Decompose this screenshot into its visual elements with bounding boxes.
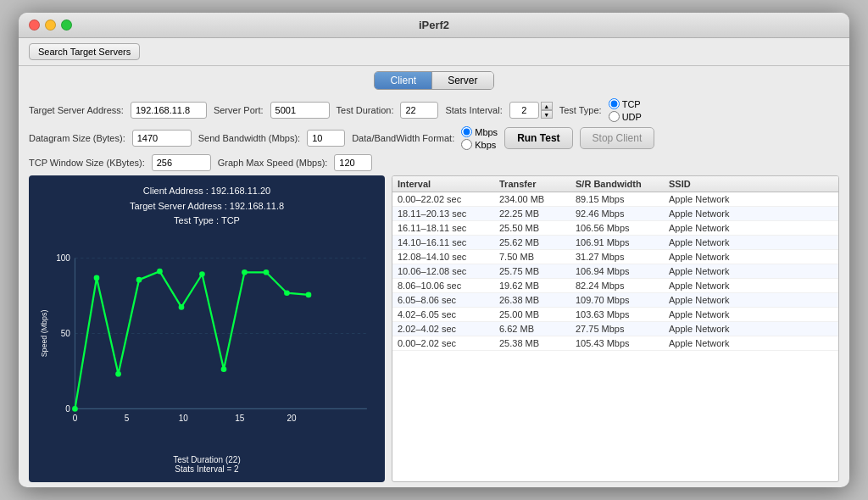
table-row: 8.06–10.06 sec 19.62 MB 82.24 Mbps Apple… — [392, 279, 838, 293]
radio-mbps-input[interactable] — [461, 126, 472, 137]
cell-transfer: 25.00 MB — [499, 309, 576, 319]
stepper-down[interactable]: ▼ — [541, 110, 553, 119]
col-header-bandwidth: S/R Bandwidth — [576, 179, 669, 189]
stop-client-button[interactable]: Stop Client — [580, 127, 655, 149]
cell-bandwidth: 82.24 Mbps — [576, 281, 669, 291]
minimize-button[interactable] — [45, 19, 56, 31]
cell-transfer: 25.62 MB — [499, 237, 576, 247]
server-port-label: Server Port: — [214, 105, 264, 115]
title-bar: iPerf2 — [19, 13, 849, 38]
content-area: Target Server Address: Server Port: Test… — [19, 93, 849, 487]
cell-ssid: Apple Network — [669, 223, 833, 233]
traffic-lights — [29, 19, 72, 31]
toolbar: Search Target Servers — [19, 38, 849, 66]
cell-transfer: 19.62 MB — [499, 281, 576, 291]
test-duration-input[interactable] — [400, 102, 438, 119]
fullscreen-button[interactable] — [61, 19, 72, 31]
cell-bandwidth: 92.46 Mbps — [576, 208, 669, 219]
svg-point-18 — [179, 304, 185, 310]
datagram-size-input[interactable] — [132, 130, 192, 147]
chart-header: Client Address : 192.168.11.20 Target Se… — [130, 184, 284, 229]
tcp-window-label: TCP Window Size (KBytes): — [29, 158, 145, 168]
col-header-interval: Interval — [398, 179, 499, 189]
send-bandwidth-input[interactable] — [307, 130, 345, 147]
cell-bandwidth: 106.91 Mbps — [576, 237, 669, 247]
target-server-input[interactable] — [131, 102, 207, 119]
test-duration-label: Test Duration: — [337, 105, 394, 115]
table-row: 0.00–22.02 sec 234.00 MB 89.15 Mbps Appl… — [392, 192, 838, 207]
tcp-window-input[interactable] — [152, 154, 211, 171]
cell-ssid: Apple Network — [669, 208, 833, 219]
table-row: 4.02–6.05 sec 25.00 MB 103.63 Mbps Apple… — [392, 308, 838, 322]
radio-kbps[interactable]: Kbps — [461, 139, 498, 150]
chart-stats-interval: Stats Interval = 2 — [175, 464, 238, 474]
cell-interval: 8.06–10.06 sec — [398, 281, 499, 291]
svg-point-24 — [306, 292, 312, 297]
main-area: Client Address : 192.168.11.20 Target Se… — [29, 175, 839, 482]
form-row-2: Datagram Size (Bytes): Send Bandwidth (M… — [29, 126, 839, 150]
svg-text:20: 20 — [287, 414, 297, 423]
tab-client[interactable]: Client — [375, 72, 432, 89]
svg-text:0: 0 — [65, 404, 70, 414]
tabs-container: Client Server — [19, 66, 849, 93]
tab-server[interactable]: Server — [432, 72, 492, 89]
svg-point-20 — [221, 366, 227, 372]
svg-point-16 — [136, 277, 142, 283]
cell-interval: 0.00–22.02 sec — [398, 194, 499, 204]
results-table: Interval Transfer S/R Bandwidth SSID 0.0… — [392, 175, 839, 482]
cell-bandwidth: 31.27 Mbps — [576, 252, 669, 262]
tab-group: Client Server — [374, 71, 493, 90]
cell-interval: 2.02–4.02 sec — [398, 324, 499, 334]
radio-kbps-input[interactable] — [461, 139, 472, 150]
table-row: 16.11–18.11 sec 25.50 MB 106.56 Mbps App… — [392, 221, 838, 236]
table-body: 0.00–22.02 sec 234.00 MB 89.15 Mbps Appl… — [392, 192, 838, 481]
table-row: 2.02–4.02 sec 6.62 MB 27.75 Mbps Apple N… — [392, 322, 838, 336]
datagram-size-label: Datagram Size (Bytes): — [29, 133, 125, 143]
radio-tcp-input[interactable] — [609, 98, 620, 109]
radio-udp[interactable]: UDP — [609, 111, 642, 122]
svg-point-14 — [94, 275, 100, 281]
stepper-up[interactable]: ▲ — [541, 102, 553, 110]
radio-mbps[interactable]: Mbps — [461, 126, 498, 137]
bandwidth-format-label: Data/BandWidth Format: — [352, 133, 454, 143]
cell-ssid: Apple Network — [669, 194, 833, 204]
server-port-input[interactable] — [270, 102, 330, 119]
stats-interval-input[interactable] — [509, 102, 539, 119]
svg-point-17 — [157, 269, 163, 275]
cell-bandwidth: 103.63 Mbps — [576, 309, 669, 319]
cell-transfer: 22.25 MB — [499, 208, 576, 219]
radio-tcp[interactable]: TCP — [609, 98, 642, 109]
cell-ssid: Apple Network — [669, 252, 833, 262]
chart-client-address: Client Address : 192.168.11.20 — [130, 184, 284, 199]
cell-interval: 14.10–16.11 sec — [398, 237, 499, 247]
cell-ssid: Apple Network — [669, 295, 833, 305]
test-type-label: Test Type: — [559, 105, 602, 115]
chart-test-type: Test Type : TCP — [130, 214, 284, 229]
svg-point-19 — [199, 271, 205, 277]
chart-svg: 0 50 100 0 5 10 15 20 Speed (Mbps) — [37, 233, 376, 453]
run-test-button[interactable]: Run Test — [504, 127, 572, 149]
cell-bandwidth: 109.70 Mbps — [576, 295, 669, 305]
form-row-3: TCP Window Size (KBytes): Graph Max Spee… — [29, 154, 839, 171]
cell-bandwidth: 89.15 Mbps — [576, 194, 669, 204]
svg-text:10: 10 — [179, 414, 189, 423]
radio-udp-input[interactable] — [609, 111, 620, 122]
bandwidth-format-group: Mbps Kbps — [461, 126, 498, 150]
close-button[interactable] — [29, 19, 40, 31]
svg-text:0: 0 — [73, 414, 78, 423]
cell-transfer: 25.50 MB — [499, 223, 576, 233]
search-target-servers-button[interactable]: Search Target Servers — [29, 43, 140, 60]
stats-interval-label: Stats Interval: — [445, 105, 502, 115]
target-server-label: Target Server Address: — [29, 105, 124, 115]
main-window: iPerf2 Search Target Servers Client Serv… — [19, 13, 849, 487]
svg-text:Speed (Mbps): Speed (Mbps) — [40, 309, 48, 357]
cell-ssid: Apple Network — [669, 309, 833, 319]
cell-bandwidth: 27.75 Mbps — [576, 324, 669, 334]
graph-max-input[interactable] — [334, 154, 372, 171]
svg-point-15 — [115, 371, 121, 377]
chart-x-axis-label: Test Duration (22) — [173, 455, 240, 464]
cell-ssid: Apple Network — [669, 237, 833, 247]
cell-bandwidth: 106.56 Mbps — [576, 223, 669, 233]
cell-transfer: 26.38 MB — [499, 295, 576, 305]
cell-transfer: 234.00 MB — [499, 194, 576, 204]
